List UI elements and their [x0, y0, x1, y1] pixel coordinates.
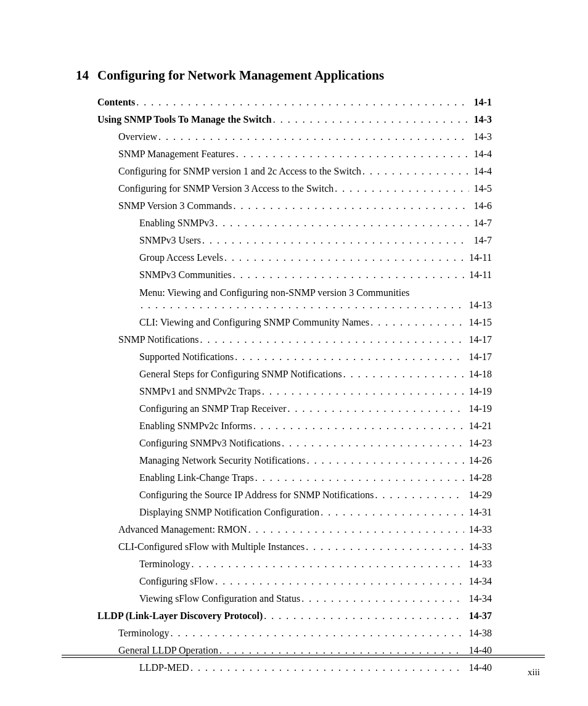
toc-leader-dots	[202, 235, 469, 246]
toc-entry-page: 14-15	[467, 317, 492, 328]
toc-entry-page: 14-34	[467, 593, 492, 604]
toc-leader-dots	[343, 369, 464, 380]
toc-entry: Configuring sFlow14-34	[97, 576, 492, 587]
toc-entry-page: 14-4	[472, 149, 492, 160]
toc-leader-dots	[236, 149, 469, 160]
toc-entry-page: 14-40	[467, 662, 492, 673]
toc-entry: Using SNMP Tools To Manage the Switch14-…	[97, 114, 492, 125]
toc-entry: Enabling SNMPv2c Informs14-21	[97, 421, 492, 432]
toc-entry: Terminology14-38	[97, 628, 492, 639]
toc-leader-dots	[158, 131, 469, 142]
chapter-number: 14	[62, 68, 89, 83]
toc-entry: Advanced Management: RMON14-33	[97, 524, 492, 535]
toc-entry-page: 14-38	[467, 628, 492, 639]
toc-entry-label: General Steps for Configuring SNMP Notif…	[139, 369, 342, 380]
toc-leader-dots	[307, 455, 464, 466]
toc-entry: Configuring SNMPv3 Notifications14-23	[97, 438, 492, 449]
toc-entry-page: 14-31	[467, 507, 492, 518]
toc-entry-label: Menu: Viewing and Configuring non-SNMP v…	[139, 287, 492, 300]
toc-entry: SNMP Version 3 Commands14-6	[97, 200, 492, 211]
toc-entry: CLI-Configured sFlow with Multiple Insta…	[97, 541, 492, 552]
toc-entry-label: SNMP Version 3 Commands	[118, 200, 232, 211]
toc-entry-page: 14-3	[472, 131, 492, 142]
toc-leader-dots	[288, 403, 464, 414]
toc-entry: Menu: Viewing and Configuring non-SNMP v…	[97, 287, 492, 311]
toc-entry: SNMPv3 Communities14-11	[97, 269, 492, 281]
toc-entry: Terminology14-33	[97, 559, 492, 570]
toc-entry: Displaying SNMP Notification Configurati…	[97, 507, 492, 518]
toc-leader-dots	[215, 576, 463, 587]
toc-entry-page: 14-18	[467, 369, 492, 380]
toc-leader-dots	[233, 269, 464, 281]
toc-entry-label: Managing Network Security Notifications	[139, 455, 306, 466]
toc-entry: Configuring for SNMP version 1 and 2c Ac…	[97, 166, 492, 177]
toc-leader-dots	[362, 166, 469, 177]
toc-leader-dots	[370, 317, 463, 328]
toc-leader-dots	[321, 507, 463, 518]
toc-leader-dots	[200, 334, 464, 345]
toc-entry-label: Configuring the Source IP Address for SN…	[139, 490, 374, 501]
chapter-heading: 14 Configuring for Network Management Ap…	[62, 68, 545, 83]
toc-entry-page: 14-37	[467, 610, 492, 622]
toc-leader-dots	[306, 541, 463, 552]
toc-entry: Configuring the Source IP Address for SN…	[97, 490, 492, 501]
table-of-contents: Contents14-1Using SNMP Tools To Manage t…	[97, 97, 492, 673]
toc-entry-page: 14-29	[467, 490, 492, 501]
toc-entry-page: 14-33	[467, 524, 492, 535]
toc-leader-dots	[282, 438, 463, 449]
toc-leader-dots	[224, 252, 464, 263]
toc-entry-label: SNMPv1 and SNMPv2c Traps	[139, 386, 261, 397]
toc-entry: LLDP (Link-Layer Discovery Protocol)14-3…	[97, 610, 492, 622]
toc-entry-page: 14-17	[467, 334, 492, 345]
toc-entry: LLDP-MED14-40	[97, 662, 492, 673]
toc-entry: Enabling Link-Change Traps14-28	[97, 472, 492, 483]
toc-entry: SNMPv1 and SNMPv2c Traps14-19	[97, 386, 492, 397]
toc-entry: Contents14-1	[97, 97, 492, 108]
toc-entry-page: 14-33	[467, 559, 492, 570]
toc-leader-dots	[190, 662, 464, 673]
toc-entry: General Steps for Configuring SNMP Notif…	[97, 369, 492, 380]
toc-leader-dots	[255, 472, 464, 483]
toc-leader-dots	[215, 218, 468, 229]
footer-rule	[62, 655, 545, 658]
toc-entry-label: Viewing sFlow Configuration and Status	[139, 593, 300, 604]
toc-entry: Enabling SNMPv314-7	[97, 218, 492, 229]
toc-entry-label: Overview	[118, 131, 157, 142]
toc-entry-label: CLI-Configured sFlow with Multiple Insta…	[118, 541, 304, 552]
toc-leader-dots	[335, 183, 468, 194]
toc-entry-label: Configuring sFlow	[139, 576, 214, 587]
toc-entry-page: 14-11	[467, 269, 492, 281]
toc-leader-dots	[248, 524, 464, 535]
toc-leader-dots	[262, 386, 464, 397]
toc-entry-label: Terminology	[118, 628, 169, 639]
toc-entry-label: Configuring an SNMP Trap Receiver	[139, 403, 287, 414]
toc-entry-label: Advanced Management: RMON	[118, 524, 247, 535]
toc-entry-label: Enabling Link-Change Traps	[139, 472, 254, 483]
toc-entry-label: Configuring for SNMP Version 3 Access to…	[118, 183, 333, 194]
toc-entry-label: Displaying SNMP Notification Configurati…	[139, 507, 319, 518]
chapter-title: Configuring for Network Management Appli…	[97, 68, 384, 83]
page-number: xiii	[528, 667, 540, 678]
toc-entry-label: Configuring SNMPv3 Notifications	[139, 438, 280, 449]
toc-entry-page: 14-23	[467, 438, 492, 449]
toc-entry-page: 14-17	[467, 351, 492, 363]
toc-entry-page: 14-7	[472, 235, 492, 246]
toc-entry-label: CLI: Viewing and Configuring SNMP Commun…	[139, 317, 369, 328]
toc-leader-dots	[253, 421, 464, 432]
toc-entry-page: 14-13	[467, 300, 492, 311]
toc-leader-dots	[301, 593, 463, 604]
toc-leader-dots	[233, 200, 468, 211]
toc-leader-dots	[264, 610, 463, 622]
toc-leader-dots	[191, 559, 463, 570]
toc-entry-page: 14-4	[472, 166, 492, 177]
toc-entry-page: 14-5	[472, 183, 492, 194]
toc-leader-dots	[170, 628, 463, 639]
toc-entry-label: Contents	[97, 97, 135, 108]
toc-entry: SNMP Management Features14-4	[97, 149, 492, 160]
toc-leader-dots	[235, 351, 463, 363]
toc-entry-label: Terminology	[139, 559, 190, 570]
toc-entry-page: 14-34	[467, 576, 492, 587]
toc-entry-page: 14-21	[467, 421, 492, 432]
toc-entry-label: Enabling SNMPv2c Informs	[139, 421, 252, 432]
toc-entry: Managing Network Security Notifications1…	[97, 455, 492, 466]
